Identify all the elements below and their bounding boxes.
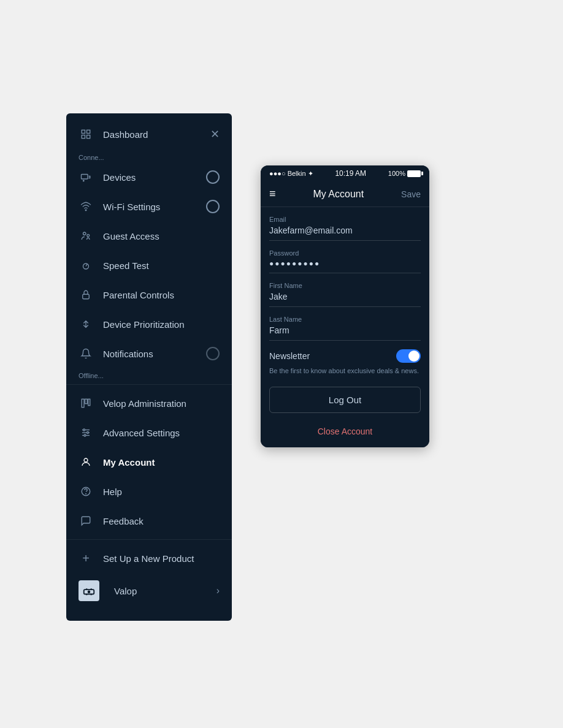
admin-icon: [79, 396, 93, 411]
sidebar-item-setup[interactable]: + Set Up a New Product: [66, 544, 232, 573]
wifi-icon: [79, 199, 93, 214]
email-label: Email: [269, 216, 421, 223]
carrier-signal: ●●●○ Belkin ✦: [269, 170, 313, 178]
save-button[interactable]: Save: [401, 189, 421, 199]
newsletter-section: Newsletter Be the first to know about ex…: [269, 349, 421, 376]
sidebar-header: Dashboard ✕: [66, 118, 232, 150]
sidebar-item-help[interactable]: Help: [66, 477, 232, 506]
svg-point-5: [83, 180, 85, 181]
sidebar-item-feedback[interactable]: Feedback: [66, 506, 232, 536]
password-field[interactable]: Password ●●●●●●●●●: [269, 249, 421, 273]
sidebar: Dashboard ✕ Conne... Devices Wi-Fi Setti…: [66, 113, 232, 621]
sidebar-item-advanced-settings[interactable]: Advanced Settings: [66, 418, 232, 447]
toggle-knob: [408, 351, 419, 362]
password-value: ●●●●●●●●●: [269, 259, 421, 268]
svg-rect-4: [82, 175, 88, 180]
offline-section-label: Offline...: [66, 368, 232, 381]
feedback-icon: [79, 514, 93, 528]
wifi-settings-label: Wi-Fi Settings: [103, 202, 160, 212]
sidebar-item-wifi[interactable]: Wi-Fi Settings: [66, 192, 232, 221]
hamburger-icon[interactable]: ≡: [269, 188, 276, 200]
settings-icon: [79, 425, 93, 440]
advanced-settings-label: Advanced Settings: [103, 428, 180, 438]
svg-point-7: [83, 232, 86, 235]
close-account-link[interactable]: Close Account: [269, 422, 421, 439]
my-account-label: My Account: [103, 457, 155, 468]
plus-icon: +: [79, 551, 93, 566]
sidebar-item-speed-test[interactable]: Speed Test: [66, 251, 232, 280]
guest-access-label: Guest Access: [103, 231, 159, 241]
phone-status-bar: ●●●○ Belkin ✦ 10:19 AM 100%: [261, 165, 429, 181]
notifications-status: [206, 347, 220, 360]
help-icon: [79, 484, 93, 499]
svg-point-17: [83, 429, 85, 431]
sidebar-item-dashboard[interactable]: Dashboard: [79, 127, 210, 142]
devices-status: [206, 170, 220, 184]
speed-test-label: Speed Test: [103, 260, 149, 271]
svg-point-8: [87, 234, 90, 237]
sidebar-item-my-account[interactable]: My Account: [66, 447, 232, 477]
svg-rect-0: [82, 130, 85, 133]
phone-time: 10:19 AM: [335, 169, 366, 178]
svg-point-22: [86, 493, 86, 494]
last-name-field[interactable]: Last Name Farm: [269, 316, 421, 341]
speedtest-icon: [79, 258, 93, 273]
svg-point-6: [85, 210, 86, 211]
sidebar-item-guest-access[interactable]: Guest Access: [66, 221, 232, 251]
battery-percent: 100%: [388, 170, 405, 177]
divider-2: [66, 539, 232, 540]
svg-rect-2: [82, 135, 85, 138]
email-field[interactable]: Email Jakefarm@email.com: [269, 216, 421, 241]
setup-label: Set Up a New Product: [103, 553, 194, 564]
phone-nav-bar: ≡ My Account Save: [261, 181, 429, 207]
svg-rect-12: [85, 399, 88, 404]
guest-icon: [79, 229, 93, 243]
priority-icon: [79, 317, 93, 332]
sidebar-item-devices[interactable]: Devices: [66, 162, 232, 192]
password-label: Password: [269, 249, 421, 257]
parental-controls-label: Parental Controls: [103, 290, 174, 300]
first-name-label: First Name: [269, 282, 421, 289]
newsletter-row: Newsletter: [269, 349, 421, 363]
logout-button[interactable]: Log Out: [269, 387, 421, 413]
sidebar-item-device-prioritization[interactable]: Device Prioritization: [66, 309, 232, 339]
device-prioritization-label: Device Prioritization: [103, 319, 185, 330]
battery-icon: [407, 170, 421, 177]
first-name-field[interactable]: First Name Jake: [269, 282, 421, 307]
sidebar-item-valop[interactable]: Valop ›: [66, 573, 232, 609]
newsletter-toggle[interactable]: [396, 349, 421, 363]
help-label: Help: [103, 487, 122, 497]
valop-label: Valop: [114, 586, 137, 596]
devices-label: Devices: [103, 172, 136, 183]
svg-rect-1: [87, 130, 90, 133]
svg-rect-11: [82, 399, 84, 408]
sidebar-item-notifications[interactable]: Notifications: [66, 339, 232, 368]
wifi-status: [206, 200, 220, 213]
connected-section-label: Conne...: [66, 150, 232, 162]
account-icon: [79, 455, 93, 469]
bell-icon: [79, 346, 93, 361]
close-button[interactable]: ✕: [210, 127, 220, 141]
dashboard-label: Dashboard: [103, 129, 148, 140]
newsletter-label: Newsletter: [269, 351, 310, 361]
first-name-value: Jake: [269, 292, 421, 301]
newsletter-description: Be the first to know about exclusive dea…: [269, 366, 421, 376]
svg-point-20: [84, 458, 88, 462]
last-name-value: Farm: [269, 325, 421, 335]
sidebar-item-parental-controls[interactable]: Parental Controls: [66, 280, 232, 309]
divider-1: [66, 384, 232, 385]
svg-point-24: [88, 591, 90, 593]
router-icon: [79, 580, 99, 601]
feedback-label: Feedback: [103, 516, 144, 526]
chevron-right-icon: ›: [216, 585, 220, 596]
svg-rect-10: [83, 294, 90, 299]
sidebar-item-velop-admin[interactable]: Velop Administration: [66, 389, 232, 418]
lock-icon: [79, 287, 93, 302]
devices-icon: [79, 170, 93, 184]
svg-point-19: [84, 434, 86, 436]
svg-rect-3: [87, 135, 90, 138]
svg-rect-13: [88, 399, 90, 406]
phone-page-title: My Account: [313, 189, 364, 200]
velop-admin-label: Velop Administration: [103, 398, 186, 409]
phone-content: Email Jakefarm@email.com Password ●●●●●●…: [261, 207, 429, 447]
